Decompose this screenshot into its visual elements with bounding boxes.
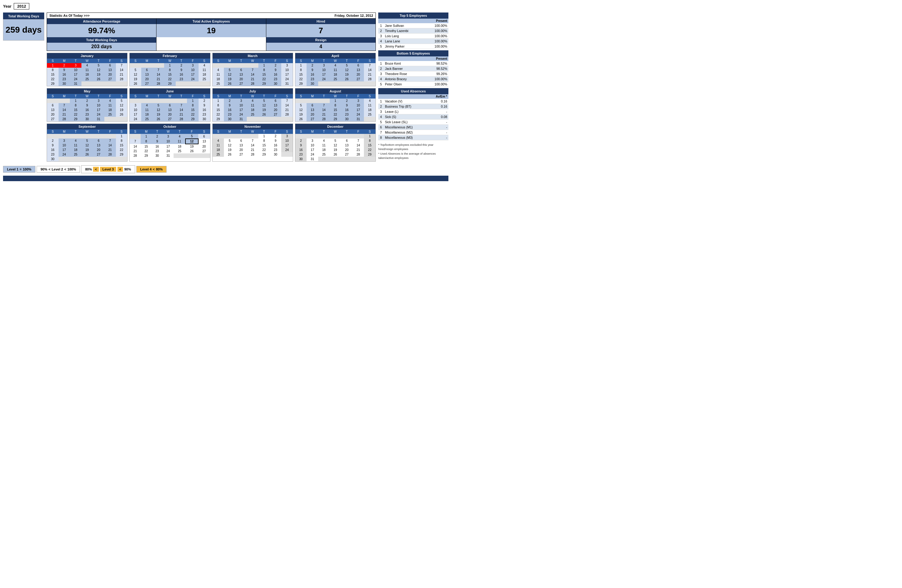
- calendar-day-cell[interactable]: 27: [235, 152, 247, 157]
- calendar-day-cell[interactable]: 31: [307, 157, 318, 161]
- calendar-day-cell[interactable]: 6: [270, 99, 281, 103]
- calendar-day-cell[interactable]: 13: [47, 108, 59, 112]
- calendar-day-cell[interactable]: 9: [224, 103, 235, 108]
- calendar-day-cell[interactable]: 23: [341, 112, 352, 117]
- calendar-day-cell[interactable]: 31: [281, 81, 293, 86]
- calendar-day-cell[interactable]: [364, 117, 376, 121]
- calendar-day-cell[interactable]: 28: [116, 77, 127, 81]
- calendar-day-cell[interactable]: 16: [47, 148, 59, 152]
- calendar-day-cell[interactable]: 21: [352, 148, 364, 152]
- calendar-day-cell[interactable]: 16: [81, 108, 93, 112]
- calendar-day-cell[interactable]: [235, 134, 247, 138]
- calendar-day-cell[interactable]: 22: [258, 148, 270, 152]
- calendar-day-cell[interactable]: [104, 81, 116, 86]
- calendar-day-cell[interactable]: 1: [116, 134, 127, 138]
- calendar-day-cell[interactable]: 22: [116, 148, 127, 152]
- calendar-day-cell[interactable]: 20: [235, 77, 247, 81]
- calendar-day-cell[interactable]: 23: [152, 149, 163, 153]
- calendar-day-cell[interactable]: [352, 157, 364, 161]
- calendar-day-cell[interactable]: 13: [235, 72, 247, 77]
- calendar-day-cell[interactable]: 29: [70, 117, 81, 121]
- calendar-day-cell[interactable]: 15: [164, 72, 176, 77]
- calendar-day-cell[interactable]: 3: [70, 63, 81, 68]
- calendar-day-cell[interactable]: [93, 81, 104, 86]
- calendar-day-cell[interactable]: [47, 99, 59, 103]
- calendar-day-cell[interactable]: 4: [330, 63, 341, 68]
- calendar-day-cell[interactable]: 30: [295, 157, 307, 161]
- calendar-day-cell[interactable]: 3: [130, 103, 141, 108]
- calendar-day-cell[interactable]: [307, 99, 318, 103]
- calendar-day-cell[interactable]: 4: [247, 99, 258, 103]
- calendar-day-cell[interactable]: [152, 99, 164, 103]
- calendar-day-cell[interactable]: 1: [258, 63, 270, 68]
- calendar-day-cell[interactable]: 22: [258, 77, 270, 81]
- calendar-day-cell[interactable]: 23: [307, 77, 318, 81]
- calendar-day-cell[interactable]: 4: [213, 68, 224, 72]
- calendar-day-cell[interactable]: 4: [141, 103, 153, 108]
- calendar-day-cell[interactable]: 25: [213, 152, 224, 157]
- calendar-day-cell[interactable]: 11: [141, 108, 153, 112]
- calendar-day-cell[interactable]: 23: [270, 148, 281, 152]
- calendar-day-cell[interactable]: 24: [235, 112, 247, 117]
- calendar-day-cell[interactable]: 10: [70, 68, 81, 72]
- calendar-day-cell[interactable]: 21: [281, 108, 293, 112]
- calendar-day-cell[interactable]: 27: [141, 81, 153, 86]
- calendar-day-cell[interactable]: 7: [281, 99, 293, 103]
- calendar-day-cell[interactable]: 28: [318, 117, 330, 121]
- calendar-day-cell[interactable]: 15: [295, 72, 307, 77]
- calendar-day-cell[interactable]: 1: [364, 134, 376, 138]
- calendar-day-cell[interactable]: 20: [93, 148, 104, 152]
- calendar-day-cell[interactable]: 25: [199, 77, 210, 81]
- calendar-day-cell[interactable]: 26: [130, 81, 141, 86]
- calendar-day-cell[interactable]: 21: [130, 149, 141, 153]
- calendar-day-cell[interactable]: 23: [295, 152, 307, 157]
- calendar-day-cell[interactable]: 14: [176, 108, 187, 112]
- calendar-day-cell[interactable]: 28: [59, 117, 70, 121]
- calendar-day-cell[interactable]: 16: [176, 72, 187, 77]
- calendar-day-cell[interactable]: 24: [59, 152, 70, 157]
- calendar-day-cell[interactable]: 14: [352, 143, 364, 148]
- calendar-day-cell[interactable]: [318, 157, 330, 161]
- calendar-day-cell[interactable]: 29: [258, 81, 270, 86]
- calendar-day-cell[interactable]: 21: [364, 72, 376, 77]
- calendar-day-cell[interactable]: 22: [364, 148, 376, 152]
- calendar-day-cell[interactable]: 5: [185, 134, 198, 139]
- calendar-day-cell[interactable]: 12: [341, 68, 352, 72]
- calendar-day-cell[interactable]: 16: [341, 108, 352, 112]
- calendar-day-cell[interactable]: 21: [59, 112, 70, 117]
- calendar-day-cell[interactable]: 30: [81, 117, 93, 121]
- calendar-day-cell[interactable]: 12: [224, 143, 235, 148]
- calendar-day-cell[interactable]: 26: [93, 77, 104, 81]
- calendar-day-cell[interactable]: 19: [258, 108, 270, 112]
- calendar-day-cell[interactable]: [70, 157, 81, 161]
- calendar-day-cell[interactable]: 22: [213, 112, 224, 117]
- calendar-day-cell[interactable]: 3: [93, 99, 104, 103]
- calendar-day-cell[interactable]: 5: [81, 138, 93, 143]
- calendar-day-cell[interactable]: 17: [235, 108, 247, 112]
- calendar-day-cell[interactable]: 6: [93, 138, 104, 143]
- calendar-day-cell[interactable]: [59, 157, 70, 161]
- calendar-day-cell[interactable]: 6: [47, 103, 59, 108]
- calendar-day-cell[interactable]: [295, 99, 307, 103]
- calendar-day-cell[interactable]: [104, 117, 116, 121]
- calendar-day-cell[interactable]: 23: [59, 77, 70, 81]
- calendar-day-cell[interactable]: 26: [224, 81, 235, 86]
- calendar-day-cell[interactable]: [352, 81, 364, 86]
- calendar-day-cell[interactable]: 28: [104, 152, 116, 157]
- calendar-day-cell[interactable]: 31: [352, 117, 364, 121]
- calendar-day-cell[interactable]: 7: [247, 138, 258, 143]
- calendar-day-cell[interactable]: 16: [152, 144, 163, 149]
- calendar-day-cell[interactable]: 11: [247, 103, 258, 108]
- calendar-day-cell[interactable]: [81, 157, 93, 161]
- calendar-day-cell[interactable]: 17: [352, 108, 364, 112]
- calendar-day-cell[interactable]: 5: [152, 103, 164, 108]
- calendar-day-cell[interactable]: 18: [141, 112, 153, 117]
- calendar-day-cell[interactable]: 6: [307, 103, 318, 108]
- calendar-day-cell[interactable]: [213, 63, 224, 68]
- calendar-day-cell[interactable]: 19: [116, 108, 127, 112]
- calendar-day-cell[interactable]: 23: [270, 77, 281, 81]
- calendar-day-cell[interactable]: 3: [352, 99, 364, 103]
- calendar-day-cell[interactable]: 11: [213, 143, 224, 148]
- calendar-day-cell[interactable]: 8: [116, 138, 127, 143]
- calendar-day-cell[interactable]: [341, 81, 352, 86]
